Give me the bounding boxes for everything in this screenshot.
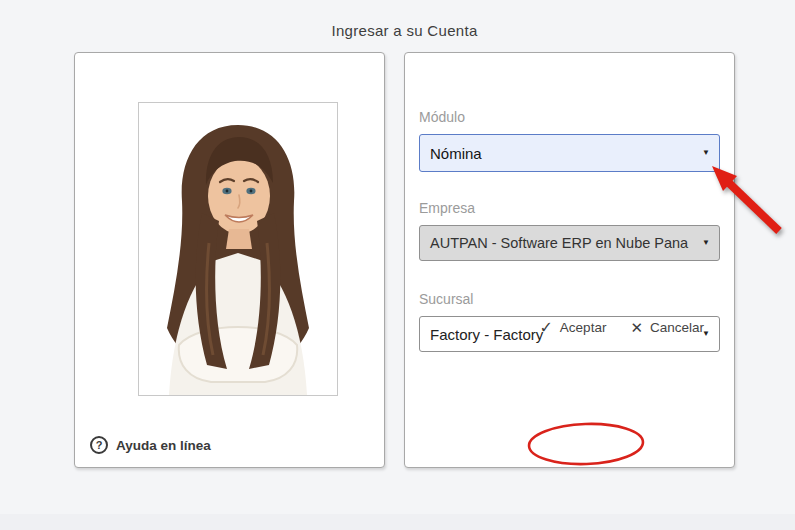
x-icon: ✕ bbox=[630, 319, 643, 337]
sucursal-select-value: Factory - Factory bbox=[430, 326, 543, 343]
cancel-button-label: Cancelar bbox=[650, 320, 704, 335]
help-link[interactable]: ? Ayuda en línea bbox=[90, 436, 211, 454]
form-area: Módulo Nómina ▼ Empresa AUTPAN - Softwar… bbox=[419, 53, 720, 352]
page-title: Ingresar a su Cuenta bbox=[74, 22, 735, 39]
modulo-label: Módulo bbox=[419, 109, 720, 125]
page-background: { "title": "Ingresar a su Cuenta", "form… bbox=[0, 0, 795, 530]
question-circle-icon: ? bbox=[90, 436, 108, 454]
cancel-button[interactable]: ✕ Cancelar bbox=[630, 319, 704, 337]
sucursal-label: Sucursal bbox=[419, 291, 720, 307]
caret-down-icon: ▼ bbox=[702, 239, 710, 247]
empresa-select-value: AUTPAN - Software ERP en Nube Pana bbox=[430, 235, 688, 251]
user-portrait-image bbox=[139, 103, 337, 395]
action-buttons: ✓ Aceptar ✕ Cancelar bbox=[539, 318, 704, 337]
check-icon: ✓ bbox=[539, 318, 552, 337]
accept-button-label: Aceptar bbox=[560, 320, 607, 335]
footer-strip bbox=[0, 514, 795, 530]
accept-button[interactable]: ✓ Aceptar bbox=[539, 318, 606, 337]
modulo-select[interactable]: Nómina ▼ bbox=[419, 134, 720, 172]
empresa-label: Empresa bbox=[419, 200, 720, 216]
help-link-label: Ayuda en línea bbox=[116, 438, 211, 453]
login-form-panel: Módulo Nómina ▼ Empresa AUTPAN - Softwar… bbox=[404, 52, 735, 468]
photo-panel: ? Ayuda en línea bbox=[74, 52, 385, 468]
caret-down-icon: ▼ bbox=[702, 149, 710, 157]
modulo-select-value: Nómina bbox=[430, 145, 482, 162]
user-photo bbox=[138, 102, 338, 396]
empresa-select[interactable]: AUTPAN - Software ERP en Nube Pana ▼ bbox=[419, 225, 720, 261]
